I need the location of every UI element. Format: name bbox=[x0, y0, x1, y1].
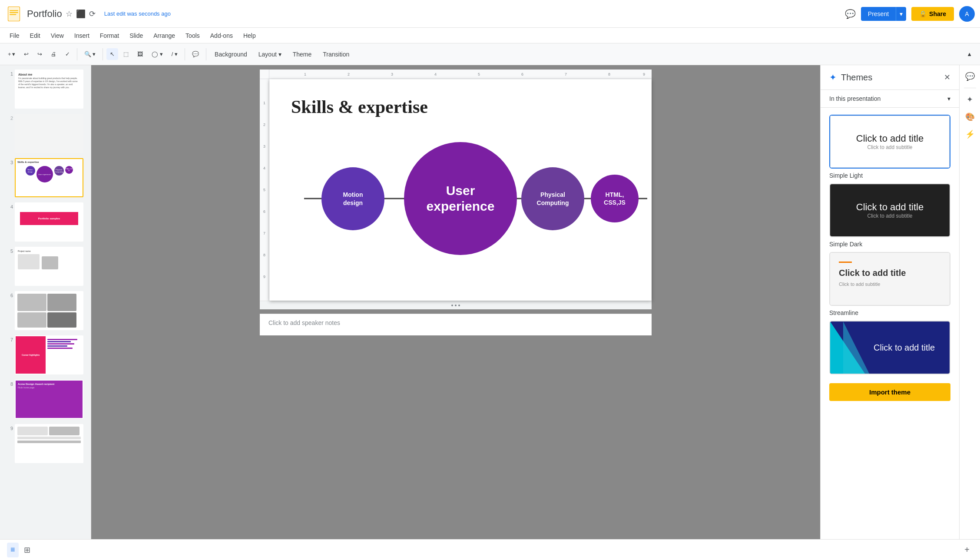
theme-label-streamline: Streamline bbox=[829, 309, 950, 316]
slide-thumb-2[interactable]: 2 bbox=[3, 113, 88, 154]
slide-preview-5: Project name bbox=[15, 247, 83, 286]
separator-3 bbox=[185, 48, 185, 60]
ruler-vertical: 1 2 3 4 5 6 7 8 9 bbox=[260, 79, 269, 301]
image-tool[interactable]: 🖼 bbox=[134, 48, 146, 60]
streamline-accent-bar bbox=[839, 262, 852, 263]
right-sidebar: 💬 ✦ 🎨 ⚡ bbox=[959, 65, 980, 560]
background-button[interactable]: Background bbox=[210, 48, 252, 61]
add-slide-bottom-button[interactable]: + bbox=[961, 542, 973, 557]
separator-4 bbox=[206, 48, 206, 60]
circle-user-experience[interactable]: Userexperience bbox=[404, 142, 517, 255]
slide-thumb-5[interactable]: 5 Project name bbox=[3, 246, 88, 287]
slide-preview-8: Acme Design Award recipient Flickr home … bbox=[15, 380, 83, 419]
present-dropdown-button[interactable]: ▾ bbox=[896, 7, 906, 21]
circle-html-css-js[interactable]: HTML,CSS,JS bbox=[591, 175, 639, 222]
circle-motion-design[interactable]: Motiondesign bbox=[321, 167, 384, 230]
theme-card-geometric[interactable]: Click to add title bbox=[829, 321, 950, 374]
canvas-area: 1 2 3 4 5 6 7 8 9 1 2 3 4 5 6 7 8 9 bbox=[91, 65, 820, 560]
grid-view-button[interactable]: ⊞ bbox=[20, 543, 34, 557]
theme-label-simple-dark: Simple Dark bbox=[829, 241, 950, 248]
menu-slide[interactable]: Slide bbox=[125, 30, 147, 41]
menu-arrange[interactable]: Arrange bbox=[149, 30, 179, 41]
redo-button[interactable]: ↪ bbox=[34, 48, 46, 60]
present-button[interactable]: Present bbox=[861, 7, 896, 21]
theme-button[interactable]: Theme bbox=[288, 48, 317, 61]
slide-preview-2 bbox=[15, 114, 83, 153]
app-logo bbox=[5, 5, 23, 23]
menu-format[interactable]: Format bbox=[96, 30, 123, 41]
sidebar-comment-icon[interactable]: 💬 bbox=[962, 69, 978, 84]
themes-close-button[interactable]: ✕ bbox=[944, 73, 950, 82]
print-button[interactable]: 🖨 bbox=[47, 48, 60, 60]
slide-thumb-9[interactable]: 9 bbox=[3, 423, 88, 464]
theme-preview-streamline: Click to add title Click to add subtitle bbox=[830, 253, 950, 305]
dropdown-chevron-icon: ▾ bbox=[947, 95, 950, 102]
folder-icon[interactable]: ⬛ bbox=[76, 9, 86, 19]
layout-button[interactable]: Layout ▾ bbox=[254, 48, 286, 61]
theme-preview-simple-dark: Click to add title Click to add subtitle bbox=[830, 184, 950, 236]
comment-tool[interactable]: 💬 bbox=[189, 48, 202, 60]
menu-file[interactable]: File bbox=[5, 30, 24, 41]
lock-icon: 🔒 bbox=[919, 10, 927, 17]
add-slide-button[interactable]: + ▾ bbox=[4, 48, 19, 60]
themes-panel: ✦ Themes ✕ In this presentation ▾ Click … bbox=[820, 65, 959, 560]
separator-2 bbox=[103, 48, 103, 60]
theme-label-simple-light: Simple Light bbox=[829, 172, 950, 179]
ruler-horizontal: 1 2 3 4 5 6 7 8 9 bbox=[269, 70, 652, 79]
slide-thumb-4[interactable]: 4 Portfolio samples bbox=[3, 202, 88, 242]
star-icon[interactable]: ☆ bbox=[66, 9, 73, 19]
user-avatar[interactable]: A bbox=[959, 6, 975, 22]
circle-physical-computing[interactable]: PhysicalComputing bbox=[521, 167, 584, 230]
slide-preview-3: Skills & expertise Motion design User ex… bbox=[15, 158, 83, 197]
undo-button[interactable]: ↩ bbox=[20, 48, 32, 60]
comment-button[interactable]: 💬 bbox=[845, 9, 856, 19]
menu-help[interactable]: Help bbox=[239, 30, 260, 41]
slide-canvas[interactable]: Skills & expertise Userexperience Motion… bbox=[269, 79, 652, 301]
menu-view[interactable]: View bbox=[46, 30, 68, 41]
slide-thumb-3[interactable]: 3 Skills & expertise Motion design User … bbox=[3, 157, 88, 198]
doc-title[interactable]: Portfolio bbox=[27, 8, 62, 20]
text-box-tool[interactable]: ⬚ bbox=[120, 48, 132, 60]
slide-preview-1: About me I'm passionate about building g… bbox=[15, 70, 83, 109]
notes-expand-handle[interactable] bbox=[260, 301, 652, 309]
sidebar-explore-icon[interactable]: ✦ bbox=[962, 92, 978, 107]
slide-preview-9 bbox=[15, 424, 83, 463]
layout-dropdown-icon: ▾ bbox=[278, 51, 281, 58]
collapse-panel-button[interactable]: ▲ bbox=[963, 48, 976, 60]
menu-edit[interactable]: Edit bbox=[26, 30, 45, 41]
slide-panel: 1 About me I'm passionate about building… bbox=[0, 65, 91, 560]
theme-card-current[interactable]: Click to add title Click to add subtitle bbox=[829, 115, 950, 169]
skills-diagram: Userexperience Motiondesign PhysicalComp… bbox=[269, 114, 652, 283]
speaker-notes[interactable]: Click to add speaker notes bbox=[260, 314, 652, 335]
slide-thumb-1[interactable]: 1 About me I'm passionate about building… bbox=[3, 69, 88, 109]
slide-view-button[interactable]: ≡ bbox=[7, 543, 19, 557]
themes-panel-title: Themes bbox=[841, 73, 872, 83]
sidebar-palette-icon[interactable]: 🎨 bbox=[962, 109, 978, 125]
slide-thumb-8[interactable]: 8 Acme Design Award recipient Flickr hom… bbox=[3, 379, 88, 420]
themes-header: ✦ Themes ✕ bbox=[821, 65, 959, 90]
slide-thumb-6[interactable]: 6 bbox=[3, 290, 88, 331]
menu-tools[interactable]: Tools bbox=[181, 30, 204, 41]
cloud-icon[interactable]: ⟳ bbox=[89, 9, 96, 19]
themes-dropdown[interactable]: In this presentation ▾ bbox=[821, 90, 959, 108]
slide-preview-6 bbox=[15, 291, 83, 330]
cursor-tool[interactable]: ↖ bbox=[106, 48, 118, 60]
menu-insert[interactable]: Insert bbox=[70, 30, 94, 41]
plus-icon: + bbox=[8, 51, 11, 57]
menu-addons[interactable]: Add-ons bbox=[206, 30, 237, 41]
import-theme-button[interactable]: Import theme bbox=[829, 383, 950, 401]
slide-preview-7: Career highlights bbox=[15, 335, 83, 374]
share-button[interactable]: 🔒 Share bbox=[911, 7, 954, 21]
theme-card-streamline[interactable]: Click to add title Click to add subtitle bbox=[829, 252, 950, 306]
sidebar-lightning-icon[interactable]: ⚡ bbox=[962, 126, 978, 142]
slide-thumb-7[interactable]: 7 Career highlights bbox=[3, 335, 88, 375]
line-tool[interactable]: / ▾ bbox=[168, 48, 181, 60]
shape-dropdown-tool[interactable]: ◯ ▾ bbox=[148, 48, 166, 60]
zoom-button[interactable]: 🔍 ▾ bbox=[81, 48, 99, 60]
separator-1 bbox=[77, 48, 77, 60]
transition-button[interactable]: Transition bbox=[318, 48, 354, 61]
theme-card-simple-dark[interactable]: Click to add title Click to add subtitle bbox=[829, 183, 950, 237]
spellcheck-button[interactable]: ✓ bbox=[62, 48, 73, 60]
bottom-bar: ≡ ⊞ + bbox=[0, 539, 980, 560]
sidebar-divider-1 bbox=[964, 88, 976, 88]
